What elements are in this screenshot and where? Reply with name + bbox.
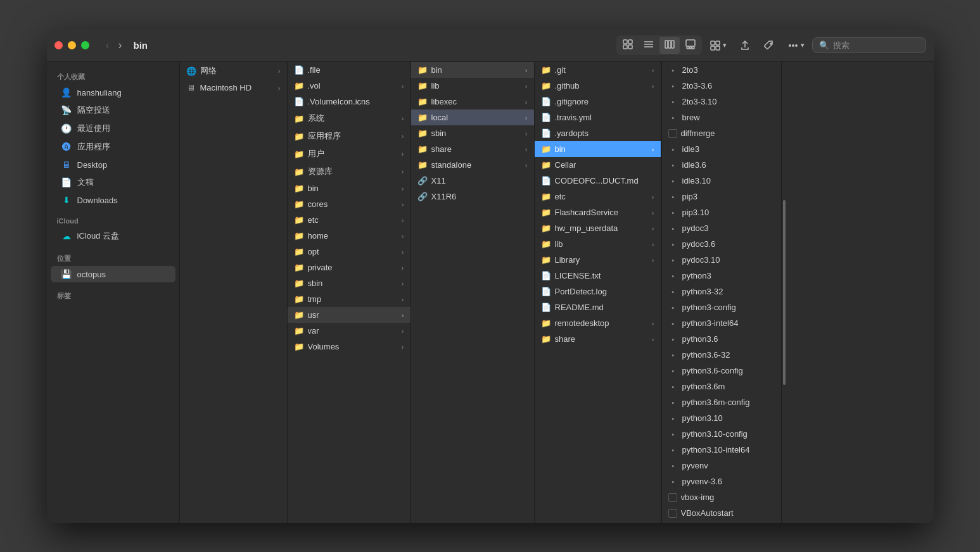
list-item[interactable]: ▪ pydoc3.6 [662, 236, 781, 252]
list-item[interactable]: ▪ pyvenv-3.6 [662, 474, 781, 489]
list-item[interactable]: ▪ python3.6-32 [662, 347, 781, 363]
list-item[interactable]: ▪ python3.6-config [662, 363, 781, 379]
list-item[interactable]: ▪ brew [662, 110, 781, 125]
list-item[interactable]: 📁 用户 › [288, 145, 410, 163]
list-item[interactable]: 📁 sbin › [288, 275, 410, 291]
list-item[interactable]: ▪ idle3.10 [662, 173, 781, 189]
close-button[interactable] [54, 41, 63, 49]
search-input[interactable] [833, 41, 919, 50]
list-item-bin-selected[interactable]: 📁 bin › [535, 141, 661, 157]
list-item-local[interactable]: 📁 local › [411, 110, 534, 125]
list-item[interactable]: 📁 share › [535, 331, 661, 347]
list-item[interactable]: 📁 .github › [535, 78, 661, 94]
list-item[interactable]: ▪ python3.10-config [662, 426, 781, 442]
list-item[interactable]: 📁 Volumes › [288, 339, 410, 354]
minimize-button[interactable] [68, 41, 76, 49]
list-item[interactable]: 📁 hw_mp_userdata › [535, 220, 661, 236]
list-item[interactable]: 📁 资源库 › [288, 163, 410, 180]
list-item[interactable]: 📄 .file [288, 62, 410, 78]
list-item[interactable]: 📁 Library › [535, 252, 661, 268]
list-item[interactable]: 📁 系统 › [288, 110, 410, 127]
list-item[interactable]: 🌐 网络 › [180, 62, 287, 80]
list-item[interactable]: 🔗 X11 [411, 173, 534, 189]
list-item[interactable]: ▪ pydoc3 [662, 220, 781, 236]
back-button[interactable]: ‹ [102, 37, 113, 53]
sidebar-item-icloud-drive[interactable]: ☁ iCloud 云盘 [51, 227, 175, 245]
list-item[interactable]: 📁 private › [288, 260, 410, 275]
list-item[interactable]: 📁 remotedesktop › [535, 315, 661, 331]
list-item[interactable]: ▪ python3.6 [662, 331, 781, 347]
list-item[interactable]: 📄 .VolumeIcon.icns [288, 94, 410, 110]
list-item[interactable]: 🔗 X11R6 [411, 189, 534, 204]
list-item[interactable]: 📄 README.md [535, 299, 661, 315]
list-item[interactable]: 📁 var › [288, 323, 410, 339]
list-item[interactable]: ▪ python3 [662, 268, 781, 284]
search-box[interactable]: 🔍 [812, 37, 926, 53]
sidebar-item-desktop[interactable]: 🖥 Desktop [51, 156, 175, 173]
list-item[interactable]: VBoxAutostart [662, 505, 781, 521]
list-item[interactable]: ▪ python3.10-intel64 [662, 442, 781, 458]
list-item[interactable]: 📁 opt › [288, 244, 410, 260]
list-item[interactable]: vbox-img [662, 489, 781, 505]
list-item[interactable]: 📁 sbin › [411, 125, 534, 141]
list-item[interactable]: 📄 .gitignore [535, 94, 661, 110]
list-item[interactable]: ▪ idle3.6 [662, 157, 781, 173]
list-item[interactable]: ▪ pydoc3.10 [662, 252, 781, 268]
list-item[interactable]: 📁 standalone › [411, 157, 534, 173]
maximize-button[interactable] [81, 41, 89, 49]
list-view-button[interactable] [639, 37, 659, 54]
list-item[interactable]: 📁 lib › [411, 78, 534, 94]
list-item[interactable]: 📁 tmp › [288, 291, 410, 307]
list-item[interactable]: 📁 cores › [288, 196, 410, 212]
column-view-button[interactable] [659, 37, 680, 54]
list-item-usr[interactable]: 📁 usr › [288, 307, 410, 323]
grid-sort-button[interactable]: ▾ [704, 37, 732, 54]
list-item[interactable]: 📁 home › [288, 228, 410, 244]
share-button[interactable] [734, 37, 756, 54]
list-item[interactable]: 📄 CODEOFC...DUCT.md [535, 173, 661, 189]
list-item[interactable]: ▪ python3.6m-config [662, 394, 781, 410]
list-item[interactable]: 📁 FlashcardService › [535, 204, 661, 220]
sidebar-item-downloads[interactable]: ⬇ Downloads [51, 192, 175, 208]
sidebar-item-recents[interactable]: 🕐 最近使用 [51, 120, 175, 137]
list-item[interactable]: 📁 .vol › [288, 78, 410, 94]
list-item[interactable]: 📁 bin › [288, 180, 410, 196]
list-item[interactable]: ▪ python3-32 [662, 284, 781, 299]
list-item[interactable]: ▪ idle3 [662, 141, 781, 157]
sidebar-item-hanshuliang[interactable]: 👤 hanshuliang [51, 84, 175, 101]
list-item[interactable]: ▪ 2to3-3.10 [662, 94, 781, 110]
list-item[interactable]: 📄 .yardopts [535, 125, 661, 141]
more-button[interactable]: ▾ [782, 37, 810, 54]
list-item[interactable]: 📁 etc › [535, 189, 661, 204]
list-item[interactable]: 📁 share › [411, 141, 534, 157]
sidebar-item-documents[interactable]: 📄 文稿 [51, 173, 175, 191]
list-item[interactable]: 📁 lib › [535, 236, 661, 252]
list-item[interactable]: diffmerge [662, 125, 781, 141]
list-item[interactable]: ▪ python3-intel64 [662, 315, 781, 331]
list-item[interactable]: ▪ python3.10 [662, 410, 781, 426]
forward-button[interactable]: › [115, 37, 126, 53]
list-item[interactable]: ▪ 2to3 [662, 62, 781, 78]
list-item-bin[interactable]: 📁 bin › [411, 62, 534, 78]
list-item[interactable]: 🖥 Macintosh HD › [180, 80, 287, 96]
list-item[interactable]: 📄 PortDetect.log [535, 284, 661, 299]
list-item[interactable]: 📁 etc › [288, 212, 410, 228]
list-item[interactable]: ▪ pip3.10 [662, 204, 781, 220]
sidebar-item-octopus[interactable]: 💾 octopus [51, 266, 175, 282]
list-item[interactable]: 📄 .travis.yml [535, 110, 661, 125]
list-item[interactable]: 📄 LICENSE.txt [535, 268, 661, 284]
list-item[interactable]: ▪ 2to3-3.6 [662, 78, 781, 94]
list-item[interactable]: ▪ python3.6m [662, 379, 781, 394]
list-item[interactable]: 📁 应用程序 › [288, 127, 410, 145]
gallery-view-button[interactable] [680, 37, 701, 54]
sidebar-item-apps[interactable]: 🅐 应用程序 [51, 138, 175, 156]
list-item[interactable]: ▪ pip3 [662, 189, 781, 204]
scrollbar-thumb[interactable] [783, 200, 786, 384]
list-item[interactable]: 📁 libexec › [411, 94, 534, 110]
tag-button[interactable] [758, 37, 780, 54]
list-item[interactable]: VBoxBalloonCtrl [662, 521, 781, 523]
list-item[interactable]: ▪ python3-config [662, 299, 781, 315]
icon-view-button[interactable] [618, 37, 638, 54]
sidebar-item-airdrop[interactable]: 📡 隔空投送 [51, 101, 175, 119]
list-item[interactable]: 📁 .git › [535, 62, 661, 78]
